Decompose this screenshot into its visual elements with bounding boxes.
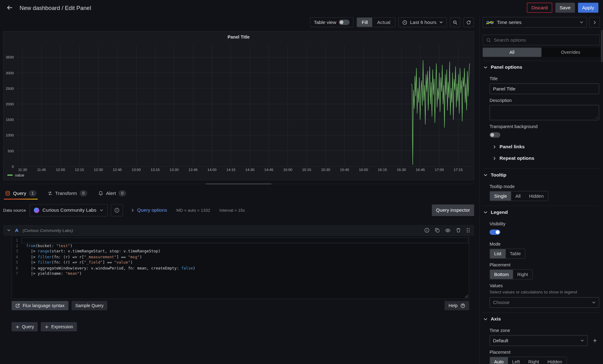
add-query-label: Query xyxy=(22,325,34,329)
options-scroll-area: Panel options Title Description Transpar… xyxy=(483,61,600,364)
visualization-picker[interactable]: Time series xyxy=(483,17,587,28)
tooltip-mode-all[interactable]: All xyxy=(511,191,525,201)
disable-query-button[interactable] xyxy=(445,227,451,233)
flux-syntax-button[interactable]: Flux language syntax xyxy=(12,301,68,310)
legend-values-select[interactable]: Choose xyxy=(489,297,599,308)
arrow-left-icon xyxy=(7,5,13,11)
tab-alert[interactable]: Alert 0 xyxy=(97,190,127,200)
search-icon xyxy=(486,38,491,43)
tab-transform[interactable]: Transform 0 xyxy=(46,190,88,200)
tab-alert-label: Alert xyxy=(106,191,116,196)
time-range-picker[interactable]: Last 6 hours xyxy=(398,17,447,27)
options-search-input[interactable] xyxy=(494,37,596,43)
svg-text:13:00: 13:00 xyxy=(132,168,141,172)
question-circle-icon xyxy=(460,303,465,308)
add-expression-button[interactable]: Expression xyxy=(41,322,77,331)
section-panel-links[interactable]: Panel links xyxy=(483,141,600,152)
panel-description-input[interactable] xyxy=(489,105,599,120)
sample-query-button[interactable]: Sample Query xyxy=(72,301,108,310)
transparent-background-switch[interactable] xyxy=(489,132,500,137)
back-button[interactable] xyxy=(5,3,15,13)
alert-count-badge: 0 xyxy=(118,190,126,196)
query-inspector-button[interactable]: Query inspector xyxy=(432,205,474,216)
legend-series-name: value xyxy=(15,173,24,177)
svg-text:12:45: 12:45 xyxy=(113,168,122,172)
chevron-down-icon xyxy=(580,339,584,342)
axis-placement-auto[interactable]: Auto xyxy=(490,357,508,364)
query-datasource-hint: (Curious Community Labs) xyxy=(23,228,73,233)
datasource-picker[interactable]: Curious Community Labs xyxy=(30,204,108,217)
chevron-right-icon xyxy=(131,208,134,212)
help-button[interactable]: Help xyxy=(445,301,469,310)
chart-legend[interactable]: value xyxy=(7,173,24,177)
tooltip-mode-hidden[interactable]: Hidden xyxy=(525,191,548,201)
query-history-button[interactable] xyxy=(424,228,429,233)
svg-text:12:30: 12:30 xyxy=(94,168,103,172)
section-repeat-options[interactable]: Repeat options xyxy=(483,153,600,164)
max-data-points-text: MD = auto = 1332 xyxy=(176,208,210,213)
svg-text:15:45: 15:45 xyxy=(340,168,349,172)
copy-icon xyxy=(434,228,440,233)
svg-text:3500: 3500 xyxy=(6,55,14,59)
svg-text:14:00: 14:00 xyxy=(207,168,217,172)
svg-text:14:45: 14:45 xyxy=(264,168,274,172)
info-circle-icon xyxy=(424,228,429,233)
panel-title-input[interactable] xyxy=(489,83,599,94)
chevron-down-icon xyxy=(592,301,596,304)
influxdb-logo-icon xyxy=(34,208,39,213)
chevron-down-icon xyxy=(7,228,11,232)
table-view-switch[interactable] xyxy=(339,20,350,25)
fill-option[interactable]: Fill xyxy=(357,18,372,27)
legend-visibility-switch[interactable] xyxy=(489,229,500,235)
tab-query[interactable]: Query 1 xyxy=(4,190,37,200)
flux-code-editor[interactable]: 12from(bucket: "test")3 |> range(start: … xyxy=(12,236,469,299)
table-view-toggle[interactable]: Table view xyxy=(310,17,354,27)
axis-header[interactable]: Axis xyxy=(483,314,600,325)
svg-text:13:45: 13:45 xyxy=(188,168,198,172)
drag-query-handle[interactable] xyxy=(466,228,471,233)
actual-option[interactable]: Actual xyxy=(373,18,395,27)
axis-placement-hidden[interactable]: Hidden xyxy=(543,357,566,364)
collapse-query-chevron[interactable] xyxy=(7,228,11,232)
panel-options-header[interactable]: Panel options xyxy=(483,62,600,73)
panel-preview[interactable]: Panel Title 0500100015002000250030003500… xyxy=(3,31,474,180)
legend-mode-list[interactable]: List xyxy=(490,249,505,258)
legend-values-description: Select values or calculations to show in… xyxy=(489,289,599,294)
legend-mode-table[interactable]: Table xyxy=(506,249,525,258)
remove-query-button[interactable] xyxy=(456,228,461,233)
axis-placement-right[interactable]: Right xyxy=(524,357,543,364)
legend-placement-group: Bottom Right xyxy=(489,270,533,279)
options-sidebar: Time series All Overrides Panel options xyxy=(483,15,600,364)
axis-placement-left[interactable]: Left xyxy=(508,357,524,364)
options-scrollbar[interactable] xyxy=(601,30,603,62)
panel-resize-handle[interactable] xyxy=(3,183,474,185)
query-row-header[interactable]: A (Curious Community Labs) xyxy=(3,225,474,236)
query-options-toggle[interactable]: Query options xyxy=(131,208,167,213)
query-editor-card: A (Curious Community Labs) xyxy=(3,225,474,310)
tooltip-header[interactable]: Tooltip xyxy=(483,169,600,180)
save-button[interactable]: Save xyxy=(555,3,575,13)
add-timezone-button[interactable] xyxy=(591,336,599,345)
section-legend: Legend Visibility Mode List Table Placem… xyxy=(483,206,600,313)
datasource-help-button[interactable] xyxy=(111,204,123,217)
legend-placement-bottom[interactable]: Bottom xyxy=(490,270,513,279)
timezone-select[interactable]: Default xyxy=(489,335,587,346)
legend-placement-right[interactable]: Right xyxy=(513,270,532,279)
tab-overrides[interactable]: Overrides xyxy=(541,48,600,57)
tooltip-mode-single[interactable]: Single xyxy=(490,191,511,201)
time-series-chart: 050010001500200025003000350011:3011:4512… xyxy=(3,42,474,174)
options-search[interactable] xyxy=(483,35,600,45)
zoom-out-button[interactable] xyxy=(450,17,460,27)
add-query-button[interactable]: Query xyxy=(12,322,38,331)
discard-button[interactable]: Discard xyxy=(527,3,552,13)
refresh-button[interactable] xyxy=(463,17,474,27)
editor-tabs: Query 1 Transform 0 Alert 0 xyxy=(4,190,127,200)
viz-picker-row: Time series xyxy=(483,17,600,28)
query-options-label: Query options xyxy=(137,208,167,213)
collapse-options-button[interactable] xyxy=(589,17,600,28)
duplicate-query-button[interactable] xyxy=(434,228,440,233)
legend-header[interactable]: Legend xyxy=(483,207,600,218)
editor-resize-grip[interactable] xyxy=(464,294,468,298)
apply-button[interactable]: Apply xyxy=(578,3,598,13)
tab-all[interactable]: All xyxy=(483,48,541,57)
